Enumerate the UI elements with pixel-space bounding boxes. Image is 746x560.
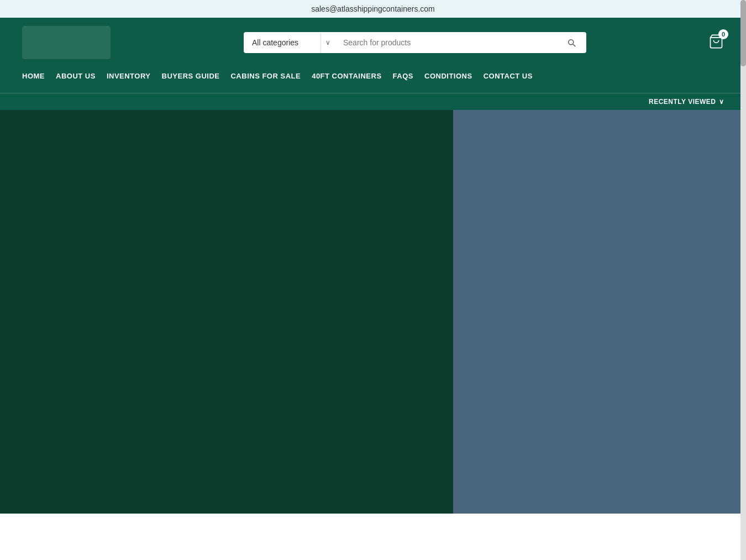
logo-image: [22, 26, 111, 59]
nav-item-inventory[interactable]: INVENTORY: [107, 67, 162, 85]
search-button[interactable]: [556, 32, 586, 53]
nav-item-home[interactable]: HOME: [22, 67, 56, 85]
cart-button[interactable]: 0: [708, 34, 724, 51]
recently-viewed-button[interactable]: RECENTLY VIEWED: [649, 98, 724, 106]
top-bar: sales@atlasshippingcontainers.com: [0, 0, 746, 18]
hero-left-panel: [0, 110, 453, 514]
scrollbar-thumb[interactable]: [740, 0, 746, 66]
search-bar: All categories: [244, 32, 586, 53]
hero-right-panel: [453, 110, 746, 514]
hero-section: [0, 110, 746, 514]
nav-list: HOME ABOUT US INVENTORY BUYERS GUIDE CAB…: [22, 67, 724, 85]
email-link[interactable]: sales@atlasshippingcontainers.com: [311, 4, 435, 13]
header: All categories 0: [0, 18, 746, 67]
header-actions: 0: [708, 34, 724, 51]
nav-item-buyers-guide[interactable]: BUYERS GUIDE: [162, 67, 231, 85]
nav-item-cabins[interactable]: CABINS FOR SALE: [230, 67, 312, 85]
nav-item-40ft[interactable]: 40FT CONTAINERS: [312, 67, 392, 85]
category-select-wrapper: All categories: [244, 32, 335, 53]
search-input[interactable]: [335, 32, 556, 53]
category-select[interactable]: All categories: [244, 33, 321, 53]
nav-item-faqs[interactable]: FAQS: [393, 67, 424, 85]
main-nav: HOME ABOUT US INVENTORY BUYERS GUIDE CAB…: [0, 67, 746, 93]
cart-badge: 0: [718, 29, 728, 39]
nav-item-contact[interactable]: CONTACT US: [484, 67, 544, 85]
recently-viewed-bar: RECENTLY VIEWED: [0, 93, 746, 110]
recently-viewed-label: RECENTLY VIEWED: [649, 98, 716, 106]
search-icon: [566, 38, 576, 48]
scrollbar[interactable]: [740, 0, 746, 514]
nav-item-about[interactable]: ABOUT US: [56, 67, 107, 85]
nav-item-conditions[interactable]: CONDITIONS: [424, 67, 484, 85]
logo[interactable]: [22, 26, 122, 59]
